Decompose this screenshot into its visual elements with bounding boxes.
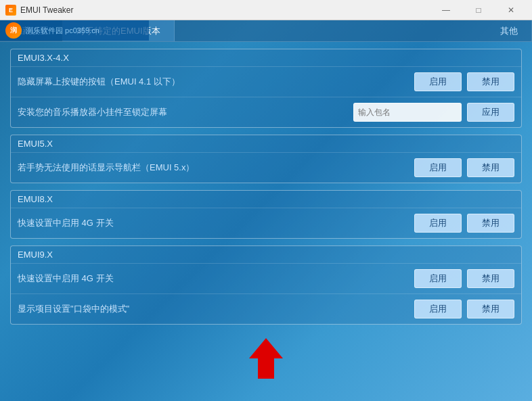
section-emui8x: EMUI8.X 快速设置中启用 4G 开关 启用 禁用 <box>10 190 522 239</box>
svg-marker-0 <box>249 338 283 379</box>
enable-pocket-mode[interactable]: 启用 <box>414 300 462 319</box>
app-icon: E <box>5 5 16 16</box>
section-emui3x-4x: EMUI3.X-4.X 隐藏屏幕上按键的按钮（EMUI 4.1 以下） 启用 禁… <box>10 49 522 128</box>
row-quick-4g-8x: 快速设置中启用 4G 开关 启用 禁用 <box>11 208 521 238</box>
close-button[interactable]: ✕ <box>495 0 527 20</box>
main-content: EMUI3.X-4.X 隐藏屏幕上按键的按钮（EMUI 4.1 以下） 启用 禁… <box>0 42 532 401</box>
label-show-navbar: 若手势无法使用的话显示导航栏（EMUI 5.x） <box>18 162 409 174</box>
enable-quick-4g-9x[interactable]: 启用 <box>414 269 462 288</box>
row-music-player-widget: 安装您的音乐播放器小挂件至锁定屏幕 应用 <box>11 97 521 127</box>
arrow-container <box>10 335 522 382</box>
disable-quick-4g-8x[interactable]: 禁用 <box>467 214 514 233</box>
apply-music-widget-button[interactable]: 应用 <box>467 103 514 122</box>
disable-show-navbar[interactable]: 禁用 <box>467 158 514 177</box>
watermark: 润 润乐软件园 pc0359.cn <box>0 20 149 41</box>
window-title: EMUI Tweaker <box>20 5 73 15</box>
maximize-button[interactable]: □ <box>463 0 494 20</box>
row-hide-lockscreen-buttons: 隐藏屏幕上按键的按钮（EMUI 4.1 以下） 启用 禁用 <box>11 66 521 97</box>
enable-show-navbar[interactable]: 启用 <box>414 158 462 177</box>
row-quick-4g-9x: 快速设置中启用 4G 开关 启用 禁用 <box>11 263 521 293</box>
row-pocket-mode: 显示项目设置"口袋中的模式" 启用 禁用 <box>11 293 521 324</box>
label-hide-lockscreen-buttons: 隐藏屏幕上按键的按钮（EMUI 4.1 以下） <box>18 76 409 88</box>
red-arrow-icon <box>246 335 286 382</box>
title-bar-left: E EMUI Tweaker <box>5 5 73 16</box>
section-header-emui3x-4x: EMUI3.X-4.X <box>11 49 521 66</box>
disable-pocket-mode[interactable]: 禁用 <box>467 300 514 319</box>
package-name-input[interactable] <box>353 103 462 122</box>
tab-other[interactable]: 其他 <box>487 20 532 41</box>
section-header-emui5x: EMUI5.X <box>11 135 521 152</box>
minimize-button[interactable]: — <box>430 0 462 20</box>
disable-quick-4g-9x[interactable]: 禁用 <box>467 269 514 288</box>
title-bar: E EMUI Tweaker — □ ✕ <box>0 0 532 20</box>
label-music-player-widget: 安装您的音乐播放器小挂件至锁定屏幕 <box>18 106 348 118</box>
watermark-text: 润乐软件园 pc0359.cn <box>26 26 99 36</box>
section-header-emui9x: EMUI9.X <box>11 246 521 263</box>
watermark-logo: 润 <box>5 22 22 39</box>
label-quick-4g-9x: 快速设置中启用 4G 开关 <box>18 273 409 285</box>
row-show-navbar: 若手势无法使用的话显示导航栏（EMUI 5.x） 启用 禁用 <box>11 152 521 183</box>
enable-quick-4g-8x[interactable]: 启用 <box>414 214 462 233</box>
section-emui9x: EMUI9.X 快速设置中启用 4G 开关 启用 禁用 显示项目设置"口袋中的模… <box>10 245 522 325</box>
section-header-emui8x: EMUI8.X <box>11 191 521 208</box>
label-pocket-mode: 显示项目设置"口袋中的模式" <box>18 303 409 315</box>
section-emui5x: EMUI5.X 若手势无法使用的话显示导航栏（EMUI 5.x） 启用 禁用 <box>10 135 522 183</box>
label-quick-4g-8x: 快速设置中启用 4G 开关 <box>18 217 409 229</box>
window-controls: — □ ✕ <box>430 0 527 20</box>
enable-hide-lockscreen-buttons[interactable]: 启用 <box>414 72 462 91</box>
disable-hide-lockscreen-buttons[interactable]: 禁用 <box>467 72 514 91</box>
